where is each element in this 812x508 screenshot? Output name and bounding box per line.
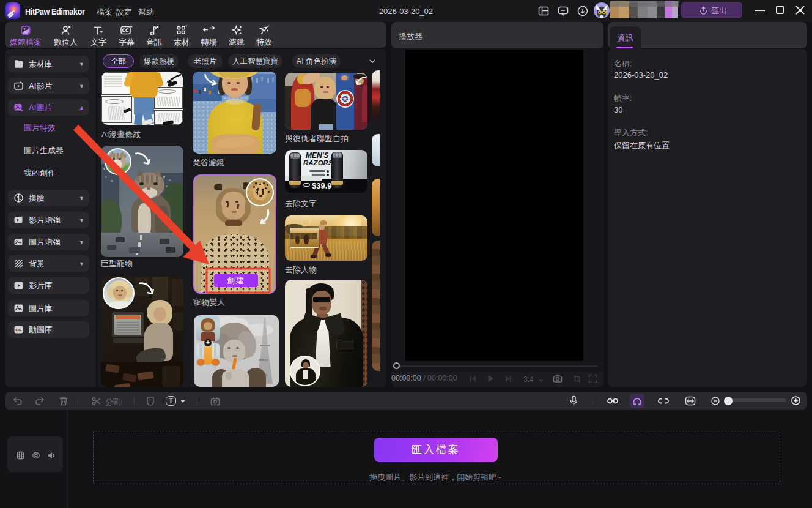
svg-text:GIF: GIF xyxy=(16,328,22,332)
